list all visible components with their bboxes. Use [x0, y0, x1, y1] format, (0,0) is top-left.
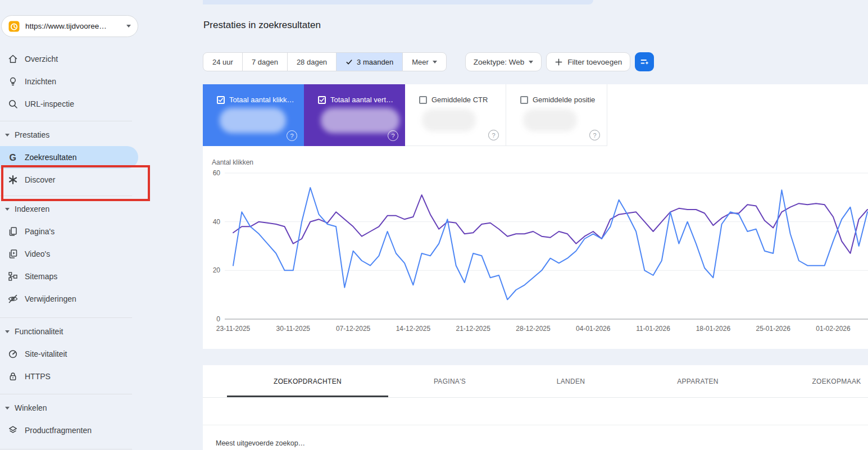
plus-icon: [555, 58, 563, 66]
metric-card-label: Totaal aantal klikk…: [229, 96, 294, 104]
video-pages-icon: [7, 248, 19, 260]
sidebar-section-label: Indexeren: [15, 204, 49, 213]
help-icon[interactable]: ?: [488, 130, 499, 140]
date-range-28-dagen[interactable]: 28 dagen: [287, 53, 336, 71]
date-range-24-uur[interactable]: 24 uur: [203, 53, 242, 71]
sidebar-divider: [0, 394, 132, 394]
filter-settings-button[interactable]: [635, 52, 654, 71]
metric-card-total-impressions[interactable]: Totaal aantal vert… ?: [304, 84, 405, 146]
sidebar-section-indexeren[interactable]: Indexeren: [0, 198, 138, 220]
sidebar-divider: [0, 121, 132, 121]
sidebar-section-prestaties[interactable]: Prestaties: [0, 124, 138, 146]
property-selector[interactable]: https://www.tijdvooree…: [1, 15, 138, 37]
check-icon: [346, 58, 353, 66]
chevron-down-icon: [5, 407, 10, 410]
table-divider: [203, 425, 868, 425]
sidebar-divider: [0, 196, 132, 196]
lock-icon: [7, 371, 19, 382]
sidebar-item-verwijderingen[interactable]: Verwijderingen: [0, 288, 138, 310]
help-icon[interactable]: ?: [388, 130, 398, 141]
eye-off-icon: [7, 293, 19, 304]
sidebar-item-inzichten[interactable]: Inzichten: [0, 70, 138, 93]
date-range-7-dagen[interactable]: 7 dagen: [242, 53, 287, 71]
sidebar-item-label: Inzichten: [25, 77, 56, 86]
metric-card-label: Gemiddelde positie: [533, 96, 595, 104]
checkbox-checked-icon[interactable]: [217, 96, 225, 104]
sidebar-item-label: Zoekresultaten: [25, 153, 77, 162]
chip-label: Meer: [412, 58, 429, 66]
tab-landen[interactable]: LANDEN: [511, 365, 630, 397]
sidebar-divider: [0, 449, 132, 449]
sidebar-item-label: Sitemaps: [25, 272, 57, 281]
site-favicon-alarm-clock-icon: [8, 21, 20, 32]
sidebar-item-paginas[interactable]: Pagina's: [0, 220, 138, 243]
svg-text:14-12-2025: 14-12-2025: [396, 325, 431, 333]
tune-sparkle-icon: [639, 56, 650, 67]
svg-text:25-01-2026: 25-01-2026: [756, 325, 790, 333]
help-icon[interactable]: ?: [287, 130, 297, 141]
metric-card-average-position[interactable]: Gemiddelde positie ?: [506, 84, 607, 146]
chevron-down-icon: [5, 330, 10, 333]
property-url: https://www.tijdvooree…: [25, 22, 121, 30]
svg-text:0: 0: [216, 315, 220, 323]
tab-zoekopdrachten[interactable]: ZOEKOPDRACHTEN: [227, 365, 388, 397]
google-g-icon: G: [7, 152, 19, 163]
performance-chart: 020406023-11-202530-11-202507-12-202514-…: [203, 157, 868, 337]
sitemap-icon: [7, 271, 19, 282]
sidebar-section-winkelen[interactable]: Winkelen: [0, 397, 138, 419]
svg-text:18-01-2026: 18-01-2026: [696, 325, 731, 333]
sidebar-item-videos[interactable]: Video's: [0, 243, 138, 265]
sidebar-item-label: Discover: [25, 175, 55, 184]
sidebar-item-zoekresultaten[interactable]: G Zoekresultaten: [0, 146, 138, 169]
help-icon[interactable]: ?: [589, 130, 600, 140]
svg-text:21-12-2025: 21-12-2025: [456, 325, 490, 333]
sidebar-item-label: URL-inspectie: [25, 99, 74, 108]
search-type-button[interactable]: Zoektype: Web: [465, 52, 542, 71]
date-range-meer[interactable]: Meer: [402, 53, 446, 71]
page-title: Prestaties in zoekresultaten: [203, 20, 321, 31]
sidebar-item-label: Productfragmenten: [25, 426, 92, 435]
sidebar-divider: [0, 317, 132, 318]
sidebar-item-site-vitaliteit[interactable]: Site-vitaliteit: [0, 343, 138, 365]
svg-text:01-02-2026: 01-02-2026: [816, 325, 851, 333]
sidebar-section-label: Winkelen: [15, 403, 47, 412]
metric-card-label: Gemiddelde CTR: [431, 96, 488, 104]
sidebar-section-label: Functionaliteit: [15, 327, 63, 336]
sidebar-section-functionaliteit[interactable]: Functionaliteit: [0, 320, 138, 343]
sidebar-item-label: Verwijderingen: [25, 294, 76, 303]
tab-paginas[interactable]: PAGINA'S: [388, 365, 511, 397]
sidebar-item-label: Overzicht: [25, 54, 58, 63]
svg-text:40: 40: [213, 218, 221, 226]
chip-label: 28 dagen: [297, 58, 327, 66]
metric-card-total-clicks[interactable]: Totaal aantal klikk… ?: [203, 84, 304, 146]
sidebar-item-overzicht[interactable]: Overzicht: [0, 48, 138, 70]
performance-panel: Totaal aantal klikk… ? Totaal aantal ver…: [203, 84, 868, 349]
sidebar-item-https[interactable]: HTTPS: [0, 365, 138, 388]
speedometer-icon: [7, 348, 19, 360]
metric-cards: Totaal aantal klikk… ? Totaal aantal ver…: [203, 84, 607, 146]
redacted-value: [220, 108, 286, 133]
svg-text:04-01-2026: 04-01-2026: [576, 325, 611, 333]
checkbox-unchecked-icon[interactable]: [520, 96, 528, 104]
sidebar-item-url-inspectie[interactable]: URL-inspectie: [0, 93, 138, 115]
sidebar-item-productfragmenten[interactable]: Productfragmenten: [0, 419, 138, 442]
chip-label: 7 dagen: [252, 58, 278, 66]
redacted-value: [523, 109, 577, 131]
sidebar: Overzicht Inzichten URL-inspectie Presta…: [0, 48, 138, 449]
sidebar-item-sitemaps[interactable]: Sitemaps: [0, 265, 138, 288]
checkbox-checked-icon[interactable]: [318, 96, 326, 104]
tab-apparaten[interactable]: APPARATEN: [630, 365, 765, 397]
asterisk-icon: [7, 174, 19, 185]
chevron-down-icon: [5, 134, 10, 137]
date-range-3-maanden[interactable]: 3 maanden: [336, 53, 402, 71]
dimensions-panel: ZOEKOPDRACHTEN PAGINA'S LANDEN APPARATEN…: [203, 365, 868, 450]
chevron-down-icon: [529, 61, 533, 63]
checkbox-unchecked-icon[interactable]: [419, 96, 427, 104]
svg-text:20: 20: [213, 266, 221, 274]
add-filter-button[interactable]: Filter toevoegen: [546, 52, 630, 71]
sidebar-item-label: Pagina's: [25, 227, 54, 236]
sidebar-item-discover[interactable]: Discover: [0, 169, 138, 191]
tab-zoekopmaak[interactable]: ZOEKOPMAAK: [765, 365, 868, 397]
sidebar-item-label: Video's: [25, 249, 50, 258]
metric-card-average-ctr[interactable]: Gemiddelde CTR ?: [405, 84, 506, 146]
